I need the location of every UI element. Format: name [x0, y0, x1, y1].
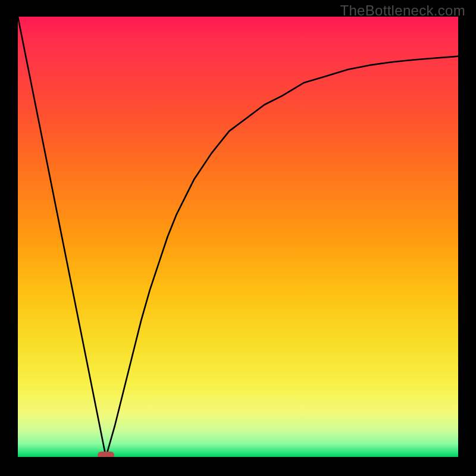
bottleneck-curve — [18, 17, 458, 457]
minimum-marker — [98, 452, 114, 457]
plot-area — [18, 17, 458, 457]
watermark-text: TheBottleneck.com — [340, 2, 465, 19]
